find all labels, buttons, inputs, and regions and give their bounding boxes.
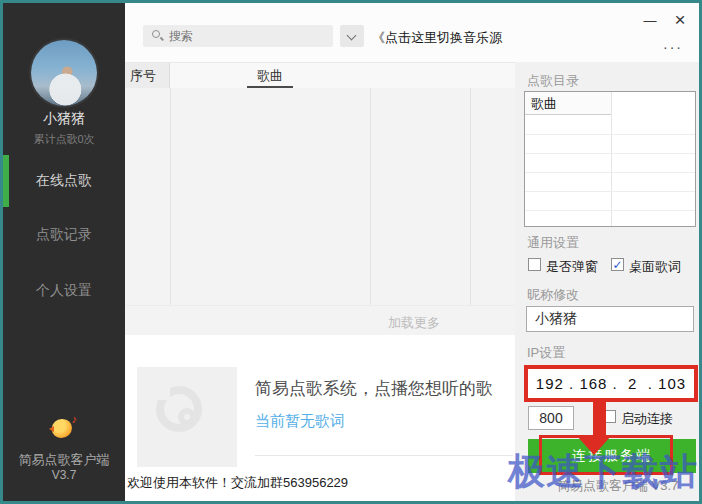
catalog-label: 点歌目录: [527, 72, 579, 90]
column-divider: [370, 88, 371, 305]
check-mark-icon: ✓: [612, 258, 622, 272]
nickname-input[interactable]: [526, 306, 694, 332]
ip-address-value[interactable]: 192 . 168 . 2 . 103: [528, 369, 694, 398]
connect-server-button[interactable]: 连接服务端: [528, 439, 696, 473]
switch-source-hint[interactable]: 《点击这里切换音乐源: [372, 29, 502, 47]
red-arrow-shaft: [593, 400, 606, 438]
player-title: 简易点歌系统，点播您想听的歌: [255, 377, 493, 400]
close-button[interactable]: ×: [668, 8, 692, 32]
sidebar-item-online-song[interactable]: 在线点歌: [3, 172, 125, 190]
settings-panel: 点歌目录 歌曲 通用设置 是否弹窗 ✓ 桌面歌词 昵称修改 IP设置 192 .…: [515, 62, 699, 501]
load-more-button[interactable]: 加载更多: [388, 314, 440, 332]
popup-checkbox-label[interactable]: 是否弹窗: [546, 258, 598, 276]
avatar[interactable]: [31, 40, 97, 106]
search-box[interactable]: [143, 25, 333, 47]
app-version: V3.7: [3, 468, 125, 482]
red-arrow-down-icon: [577, 436, 611, 455]
app-window: 小猪猪 累计点歌0次 在线点歌 点歌记录 个人设置 ♪ 简易点歌客户端 V3.7…: [0, 0, 702, 504]
top-header: 《点击这里切换音乐源 — × ···: [125, 3, 699, 62]
column-header-index[interactable]: 序号: [125, 63, 170, 89]
desktop-lyric-checkbox[interactable]: ✓: [611, 258, 624, 271]
popup-checkbox[interactable]: [528, 258, 541, 271]
ip-settings-label: IP设置: [527, 344, 565, 362]
song-table-body[interactable]: [125, 88, 515, 305]
song-count-stats: 累计点歌0次: [3, 132, 125, 147]
search-input[interactable]: [169, 25, 329, 47]
music-note-icon: ♪: [72, 413, 78, 425]
bird-logo-icon: ♪: [49, 413, 77, 441]
bird-beak: [49, 426, 54, 432]
song-table-header: 序号 歌曲: [125, 62, 515, 88]
album-art-placeholder: [137, 367, 237, 467]
search-icon: [152, 30, 160, 38]
sidebar-item-song-history[interactable]: 点歌记录: [3, 226, 125, 244]
song-catalog-list[interactable]: 歌曲: [524, 91, 696, 227]
sidebar: 小猪猪 累计点歌0次 在线点歌 点歌记录 个人设置 ♪ 简易点歌客户端 V3.7: [3, 3, 125, 501]
bird-body: [52, 419, 72, 438]
general-settings-label: 通用设置: [527, 234, 579, 252]
column-divider: [470, 88, 471, 305]
lyric-status-link[interactable]: 当前暂无歌词: [255, 412, 345, 431]
desktop-lyric-checkbox-label[interactable]: 桌面歌词: [629, 258, 681, 276]
column-divider: [170, 88, 171, 305]
auto-connect-label[interactable]: 启动连接: [621, 410, 673, 428]
chevron-down-icon: [347, 31, 357, 41]
catalog-empty-rows: [525, 116, 695, 226]
nickname-label: 昵称修改: [527, 286, 579, 304]
ip-address-field-highlight[interactable]: 192 . 168 . 2 . 103: [524, 365, 698, 402]
sidebar-item-personal-settings[interactable]: 个人设置: [3, 282, 125, 300]
cd-disc-icon: [156, 386, 202, 432]
username: 小猪猪: [3, 110, 125, 128]
music-source-dropdown[interactable]: [340, 25, 364, 47]
app-name: 简易点歌客户端: [3, 451, 125, 469]
player-section: 简易点歌系统，点播您想听的歌 当前暂无歌词 欢迎使用本软件！交流加群563956…: [125, 335, 515, 501]
player-divider: [255, 455, 513, 456]
minimize-button[interactable]: —: [638, 10, 662, 34]
catalog-column-header[interactable]: 歌曲: [525, 92, 611, 115]
more-menu-button[interactable]: ···: [661, 39, 685, 63]
load-more-bar: 加载更多: [125, 305, 515, 335]
panel-version-text: 简易点歌客户端 V3.7: [557, 477, 678, 495]
welcome-text: 欢迎使用本软件！交流加群563956229: [127, 474, 348, 492]
port-input[interactable]: [528, 406, 574, 430]
